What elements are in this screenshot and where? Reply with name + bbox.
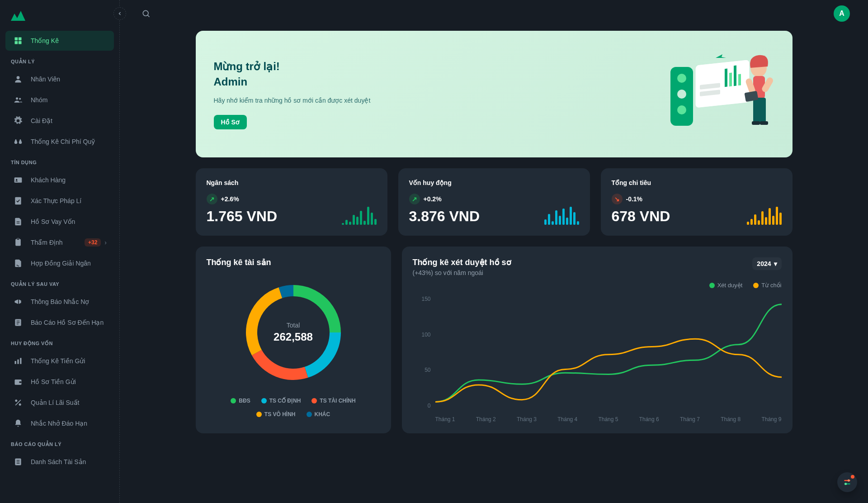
nav-qllaisuat[interactable]: Quản Lí Lãi Suất xyxy=(5,393,114,413)
sparkline-spending xyxy=(747,207,782,225)
section-quanly: QUẢN LÝ xyxy=(0,52,119,68)
clipboard-icon xyxy=(13,237,24,248)
trend-up-icon: ↗ xyxy=(409,194,420,204)
svg-point-6 xyxy=(16,97,18,100)
svg-point-7 xyxy=(19,98,21,100)
stat-funding: Vốn huy động ↗ +0.2% 3.876 VND xyxy=(398,168,590,236)
welcome-card: Mừng trở lại! Admin Hãy nhớ kiểm tra nhữ… xyxy=(196,31,793,157)
svg-point-5 xyxy=(17,76,20,79)
svg-rect-27 xyxy=(695,59,750,108)
nav-thongke[interactable]: Thống Kê xyxy=(5,31,114,51)
nav-label: Nhân Viên xyxy=(31,76,60,83)
nav-tktiengui[interactable]: Thống Kê Tiền Gửi xyxy=(5,351,114,371)
nav-hstiengui[interactable]: Hồ Sơ Tiền Gửi xyxy=(5,372,114,392)
nav-nhom[interactable]: Nhóm xyxy=(5,90,114,110)
donut-total-value: 262,588 xyxy=(274,331,313,343)
logo[interactable] xyxy=(0,11,119,30)
contract-icon xyxy=(13,258,24,269)
svg-rect-39 xyxy=(752,121,760,125)
nav-label: Thông Báo Nhắc Nợ xyxy=(31,298,89,305)
svg-point-44 xyxy=(848,479,850,482)
nav-label: Thống Kê xyxy=(31,37,59,44)
svg-rect-14 xyxy=(15,361,16,364)
svg-point-24 xyxy=(677,74,686,83)
welcome-illustration xyxy=(657,49,774,139)
legend-item: KHÁC xyxy=(307,411,330,418)
person-icon xyxy=(13,74,24,85)
percent-icon xyxy=(13,397,24,408)
section-tindung: TÍN DỤNG xyxy=(0,152,119,169)
settings-fab[interactable] xyxy=(837,472,857,492)
stat-title: Ngân sách xyxy=(207,179,377,186)
nav-hosovay[interactable]: Hồ Sơ Vay Vốn xyxy=(5,212,114,232)
stat-title: Tổng chi tiêu xyxy=(612,179,782,186)
trend-down-icon: ↘ xyxy=(612,194,623,204)
svg-point-19 xyxy=(15,399,17,402)
nav-label: Cài Đặt xyxy=(31,117,52,124)
line-card: Thống kê xét duyệt hồ sơ (+43%) so với n… xyxy=(402,247,793,433)
nav-hopdong[interactable]: Hợp Đồng Giải Ngân xyxy=(5,253,114,273)
svg-rect-15 xyxy=(17,360,19,364)
nav-dsts[interactable]: Danh Sách Tài Sản xyxy=(5,452,114,472)
chart-title: Thống kê xét duyệt hồ sơ xyxy=(413,257,511,267)
collapse-sidebar-button[interactable] xyxy=(113,7,126,20)
user-avatar[interactable]: A xyxy=(834,5,850,22)
svg-rect-11 xyxy=(15,239,21,246)
legend-item: TS TÀI CHÍNH xyxy=(311,398,355,404)
legend-item: TS CỐ ĐỊNH xyxy=(261,398,301,404)
nav-caidat[interactable]: Cài Đặt xyxy=(5,111,114,131)
donut-total-label: Total xyxy=(287,322,300,329)
check-doc-icon xyxy=(13,195,24,206)
legend-item: BĐS xyxy=(231,398,250,404)
donut-chart: Total 262,588 xyxy=(239,278,348,387)
svg-rect-8 xyxy=(14,177,22,183)
nav-label: Nhóm xyxy=(31,96,47,104)
chart-subtitle: (+43%) so với năm ngoái xyxy=(413,269,511,276)
file-icon xyxy=(13,216,24,227)
stat-change: ↘ -0.1% xyxy=(612,194,782,204)
list-icon xyxy=(13,456,24,467)
scale-icon xyxy=(13,136,24,147)
nav-label: Thống Kê Tiền Gửi xyxy=(31,357,85,365)
welcome-subtitle: Hãy nhớ kiểm tra những hồ sơ mới cần đượ… xyxy=(214,97,371,104)
svg-rect-3 xyxy=(15,41,18,44)
svg-rect-40 xyxy=(760,121,768,125)
donut-legend: BĐSTS CỐ ĐỊNHTS TÀI CHÍNHTS VÔ HÌNHKHÁC xyxy=(207,398,380,418)
section-baocaoql: BÁO CÁO QUẢN LÝ xyxy=(0,434,119,451)
welcome-button[interactable]: Hồ Sơ xyxy=(214,115,247,129)
wallet-icon xyxy=(13,376,24,387)
svg-rect-2 xyxy=(19,38,22,41)
chevron-right-icon: › xyxy=(104,239,107,246)
nav-xacthuc[interactable]: Xác Thực Pháp Lí xyxy=(5,191,114,211)
line-legend: Xét duyệt Từ chối xyxy=(413,282,782,289)
nav-label: Quản Lí Lãi Suất xyxy=(31,399,80,406)
nav-label: Thẩm Định xyxy=(31,239,63,246)
nav-label: Báo Cáo Hồ Sơ Đến Hạn xyxy=(31,319,104,326)
report-icon xyxy=(13,317,24,328)
svg-point-25 xyxy=(677,90,686,99)
sidebar: Thống Kê QUẢN LÝ Nhân Viên Nhóm Cài Đặt … xyxy=(0,0,120,503)
dashboard-icon xyxy=(13,35,24,46)
nav-thamdinh[interactable]: Thẩm Định +32 › xyxy=(5,233,114,252)
nav-khachhang[interactable]: Khách Hàng xyxy=(5,170,114,190)
svg-point-20 xyxy=(19,403,21,406)
svg-rect-4 xyxy=(19,41,22,44)
search-button[interactable] xyxy=(138,5,154,22)
header: A xyxy=(120,0,868,27)
year-select[interactable]: 2024 ▾ xyxy=(752,257,781,270)
nav-label: Xác Thực Pháp Lí xyxy=(31,197,81,204)
svg-point-0 xyxy=(23,19,25,21)
nav-thongbao[interactable]: Thông Báo Nhắc Nợ xyxy=(5,292,114,312)
nav-baocao[interactable]: Báo Cáo Hồ Sơ Đến Hạn xyxy=(5,313,114,332)
welcome-title: Mừng trở lại! Admin xyxy=(214,59,371,89)
nav-nhanvien[interactable]: Nhân Viên xyxy=(5,69,114,89)
bell-icon xyxy=(13,418,24,429)
svg-rect-16 xyxy=(20,358,21,364)
nav-label: Hợp Đồng Giải Ngân xyxy=(31,260,91,267)
nav-nhacnho[interactable]: Nhắc Nhở Đáo Hạn xyxy=(5,413,114,433)
id-icon xyxy=(13,175,24,185)
svg-rect-12 xyxy=(17,238,19,240)
svg-point-26 xyxy=(677,105,686,114)
megaphone-icon xyxy=(13,296,24,307)
nav-tkchiphi[interactable]: Thống Kê Chi Phí Quỹ xyxy=(5,132,114,152)
